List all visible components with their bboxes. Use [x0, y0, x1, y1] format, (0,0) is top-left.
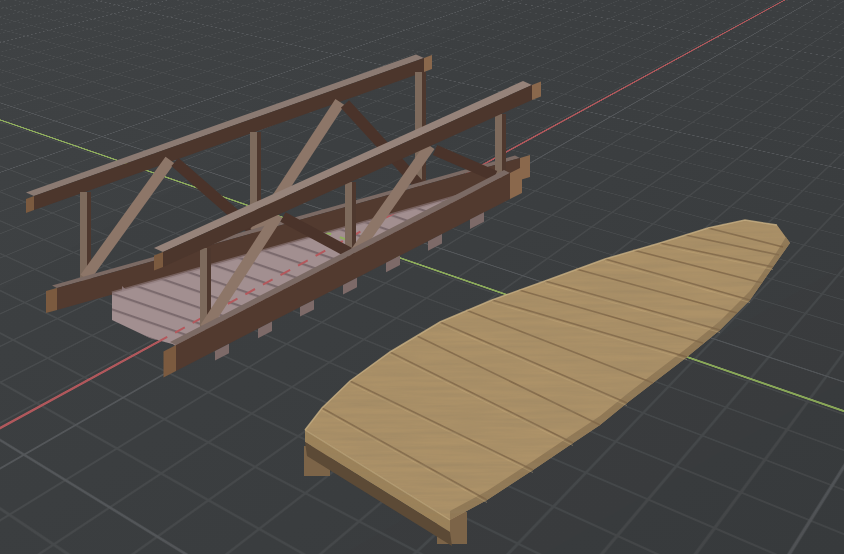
near-top-chord-right-end-grain	[532, 82, 541, 101]
far-top-chord-left-end-grain	[26, 196, 34, 213]
3d-viewport[interactable]	[0, 0, 844, 554]
far-top-chord-right-end-grain	[424, 55, 432, 72]
near-bottom-chord-left-end-grain	[164, 345, 177, 377]
near-post-edge	[502, 114, 506, 178]
scene-objects-layer	[0, 0, 844, 554]
far-bottom-chord-left-end-grain	[46, 288, 57, 313]
arch-bridge-object[interactable]	[304, 220, 790, 546]
